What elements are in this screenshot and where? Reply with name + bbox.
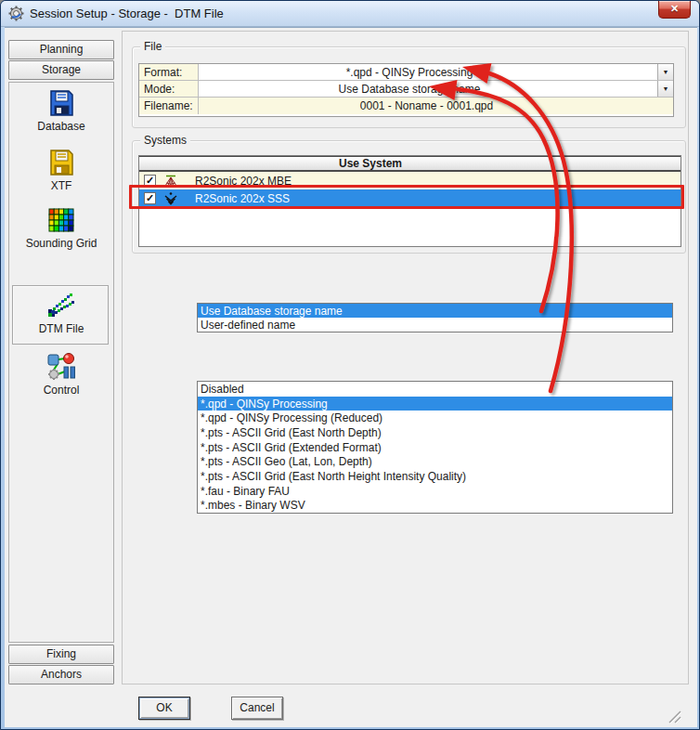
sidebar-item-dtm-file[interactable]: DTM File (10, 291, 112, 335)
list-item[interactable]: *.qpd - QINSy Processing (Reduced) (198, 411, 672, 425)
use-system-header: Use System (139, 156, 681, 172)
format-row: Format: *.qpd - QINSy Processing ▼ (139, 64, 673, 81)
list-item[interactable]: Disabled (198, 382, 672, 397)
mode-dropdown-button[interactable]: ▼ (657, 81, 673, 97)
anchors-label: Anchors (41, 668, 82, 681)
list-item[interactable]: *.fau - Binary FAU (198, 484, 672, 499)
file-table: Format: *.qpd - QINSy Processing ▼ Mode:… (138, 63, 674, 117)
list-item[interactable]: *.qpd - QINSy Processing (198, 397, 672, 411)
color-grid-icon (46, 205, 76, 235)
cancel-label: Cancel (240, 701, 274, 714)
blue-floppy-icon (46, 88, 76, 118)
ok-label: OK (156, 701, 172, 714)
filename-value: 0001 - Noname - 0001.qpd (199, 98, 673, 114)
mode-value[interactable]: Use Database storage name (199, 81, 657, 97)
session-setup-dialog: Session Setup - Storage - DTM File ✕ Pla… (0, 0, 700, 730)
format-value[interactable]: *.qpd - QINSy Processing (199, 64, 657, 80)
filename-label: Filename: (139, 98, 199, 114)
chevron-down-icon: ▼ (663, 69, 669, 75)
sidebar-item-label: Control (10, 384, 112, 397)
sidebar-item-database[interactable]: Database (10, 88, 112, 133)
list-item[interactable]: *.pts - ASCII Grid (Extended Format) (198, 440, 672, 455)
systems-group-legend: Systems (140, 134, 190, 147)
close-icon: ✕ (670, 3, 679, 14)
annotation-red-outline (129, 185, 684, 209)
list-item[interactable]: *.pts - ASCII Grid (East North Depth) (198, 425, 672, 440)
filename-row: Filename: 0001 - Noname - 0001.qpd (139, 98, 673, 114)
planning-label: Planning (40, 43, 84, 56)
file-groupbox: File Format: *.qpd - QINSy Processing ▼ … (132, 46, 686, 128)
mode-label: Mode: (139, 81, 199, 97)
ok-button[interactable]: OK (138, 697, 190, 720)
sidebar-item-xtf[interactable]: XTF (10, 148, 112, 192)
sidebar-icon-panel: Database XTF (8, 82, 114, 643)
storage-label: Storage (42, 63, 81, 76)
list-item[interactable]: *.mbes - Binary WSV (198, 498, 672, 513)
close-button[interactable]: ✕ (658, 1, 691, 19)
format-dropdown-button[interactable]: ▼ (657, 64, 673, 80)
chevron-down-icon: ▼ (663, 85, 669, 92)
resize-grip[interactable] (664, 706, 682, 724)
dtm-arrow-icon (45, 291, 77, 320)
format-label: Format: (139, 64, 199, 80)
app-gear-icon (8, 6, 24, 21)
fixing-label: Fixing (46, 647, 76, 660)
sidebar-button-fixing[interactable]: Fixing (8, 645, 114, 664)
sidebar-item-control[interactable]: Control (10, 352, 112, 397)
sidebar-item-label: DTM File (10, 322, 112, 335)
sidebar-button-storage[interactable]: Storage (8, 60, 114, 80)
sidebar-item-label: XTF (10, 179, 112, 192)
file-group-legend: File (140, 40, 165, 53)
sidebar-button-anchors[interactable]: Anchors (8, 665, 114, 684)
list-item[interactable]: User-defined name (198, 318, 672, 332)
control-icon (46, 352, 76, 382)
main-panel: File Format: *.qpd - QINSy Processing ▼ … (122, 31, 689, 684)
list-item[interactable]: *.pts - ASCII Grid (East North Height In… (198, 469, 672, 484)
sidebar-item-label: Database (10, 120, 112, 133)
format-dropdown-list: Disabled *.qpd - QINSy Processing *.qpd … (197, 381, 673, 514)
yellow-floppy-icon (46, 148, 76, 177)
mode-row: Mode: Use Database storage name ▼ (139, 81, 673, 98)
sidebar-button-planning[interactable]: Planning (8, 40, 114, 59)
cancel-button[interactable]: Cancel (231, 697, 283, 720)
mode-dropdown-list: Use Database storage name User-defined n… (197, 303, 673, 332)
window-title: Session Setup - Storage - DTM File (30, 7, 224, 20)
list-item[interactable]: Use Database storage name (198, 304, 672, 318)
list-item[interactable]: *.pts - ASCII Geo (Lat, Lon, Depth) (198, 454, 672, 469)
sidebar-item-label: Sounding Grid (10, 237, 112, 250)
title-bar[interactable]: Session Setup - Storage - DTM File ✕ (1, 1, 699, 27)
dialog-client-area: Planning Storage Database (5, 27, 697, 727)
sidebar-item-sounding-grid[interactable]: Sounding Grid (10, 205, 112, 250)
